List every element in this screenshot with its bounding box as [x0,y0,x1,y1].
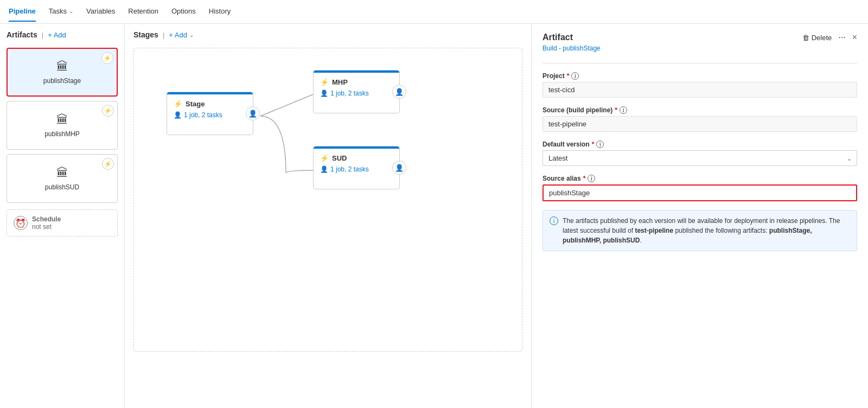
artifacts-add-button[interactable]: + Add [48,31,66,39]
artifact-close-button[interactable]: × [852,33,857,42]
nav-options[interactable]: Options [171,2,196,22]
stages-title: Stages [133,30,158,39]
lightning-badge-publishsud: ⚡ [102,158,114,170]
field-version-label: Default version * i [542,141,857,148]
artifact-name-publishmhp: publishMHP [44,130,80,138]
version-select-wrapper: Latest Specific version Latest from a sp… [542,150,857,166]
version-required-marker: * [592,141,595,148]
project-info-icon[interactable]: i [571,72,579,80]
artifact-card-publishmhp[interactable]: ⚡ 🏛 publishMHP [7,101,118,150]
field-default-version: Default version * i Latest Specific vers… [542,141,857,166]
artifact-breadcrumb[interactable]: Build - publishStage [542,44,857,52]
source-input[interactable] [542,116,857,132]
field-alias-label: Source alias * i [542,175,857,182]
top-nav: Pipeline Tasks ⌄ Variables Retention Opt… [0,0,868,24]
version-select[interactable]: Latest Specific version Latest from a sp… [542,150,857,166]
project-required-marker: * [567,72,570,80]
artifact-card-publishsud[interactable]: ⚡ 🏛 publishSUD [7,154,118,203]
alias-info-icon[interactable]: i [588,175,595,182]
stage-box-stage[interactable]: ⚡ Stage 👤 1 job, 2 tasks 👤 [167,92,253,135]
stage-box-sud[interactable]: ⚡ SUD 👤 1 job, 2 tasks 👤 [313,146,400,189]
field-source-label: Source (build pipeline) * i [542,106,857,114]
nav-variables[interactable]: Variables [86,2,115,22]
detail-divider [542,63,857,63]
stage-lightning-icon: ⚡ [174,100,182,108]
stage-approver-icon-sud: 👤 [392,161,406,175]
field-project-label: Project * i [542,72,857,80]
schedule-card[interactable]: ⏰ Schedule not set [7,209,118,237]
stage-name-sud: SUD [332,154,347,162]
schedule-icon: ⏰ [14,216,28,230]
artifact-name-publishsud: publishSUD [45,183,79,191]
field-project: Project * i [542,72,857,98]
stage-approver-icon-mhp: 👤 [392,85,406,99]
artifact-info-box: i The artifacts published by each versio… [542,210,857,251]
artifact-detail-title: Artifact [542,33,573,42]
nav-tasks[interactable]: Tasks ⌄ [49,2,73,22]
stage-tasks-stage: 1 job, 2 tasks [184,111,222,119]
stage-tasks-mhp: 1 job, 2 tasks [330,90,369,97]
artifact-detail-header: Artifact 🗑 Delete ··· × [542,33,857,42]
stages-panel: Stages | + Add ⌄ ⚡ Stage [125,24,532,408]
stage-canvas: ⚡ Stage 👤 1 job, 2 tasks 👤 [133,48,522,352]
artifact-icon-publishsud: 🏛 [56,166,68,180]
stage-name-stage: Stage [186,100,205,108]
artifact-detail-panel: Artifact 🗑 Delete ··· × Build - publishS… [532,24,868,408]
info-box-text: The artifacts published by each version … [563,216,850,245]
lightning-badge-publishstage: ⚡ [101,52,113,64]
stages-add-button[interactable]: + Add ⌄ [169,31,194,39]
artifact-name-publishstage: publishStage [43,77,81,85]
artifact-icon-publishmhp: 🏛 [56,113,68,127]
main-layout: Artifacts | + Add ⚡ 🏛 publishStage ⚡ 🏛 p… [0,24,868,408]
source-alias-input[interactable] [542,184,857,201]
mhp-lightning-icon: ⚡ [320,78,329,86]
source-required-marker: * [615,106,617,114]
nav-retention[interactable]: Retention [128,2,158,22]
field-source: Source (build pipeline) * i [542,106,857,132]
artifacts-title: Artifacts [7,30,37,39]
lightning-badge-publishmhp: ⚡ [102,105,114,117]
trash-icon: 🗑 [802,34,809,42]
field-source-alias: Source alias * i [542,175,857,201]
stages-header: Stages | + Add ⌄ [133,30,522,39]
artifact-card-publishstage[interactable]: ⚡ 🏛 publishStage [7,48,118,97]
stage-name-mhp: MHP [332,78,348,86]
artifact-more-button[interactable]: ··· [838,33,845,42]
stages-add-chevron-icon: ⌄ [189,32,194,38]
tasks-chevron-icon: ⌄ [69,8,73,14]
schedule-label: Schedule not set [32,215,61,231]
stage-tasks-sud: 1 job, 2 tasks [330,165,369,173]
alias-required-marker: * [583,175,586,182]
svg-line-0 [260,94,313,116]
stage-box-mhp[interactable]: ⚡ MHP 👤 1 job, 2 tasks 👤 [313,70,400,113]
info-box-icon: i [550,216,558,225]
nav-pipeline[interactable]: Pipeline [9,2,36,22]
sud-lightning-icon: ⚡ [320,154,329,162]
source-info-icon[interactable]: i [620,106,627,114]
artifact-delete-button[interactable]: 🗑 Delete [802,34,832,42]
artifact-detail-actions: 🗑 Delete ··· × [802,33,857,42]
artifacts-header: Artifacts | + Add [7,30,118,39]
nav-history[interactable]: History [209,2,231,22]
project-input[interactable] [542,82,857,98]
version-info-icon[interactable]: i [596,141,604,148]
artifact-icon-publishstage: 🏛 [56,60,68,74]
stage-approver-icon-stage: 👤 [246,106,260,120]
artifacts-panel: Artifacts | + Add ⚡ 🏛 publishStage ⚡ 🏛 p… [0,24,125,408]
